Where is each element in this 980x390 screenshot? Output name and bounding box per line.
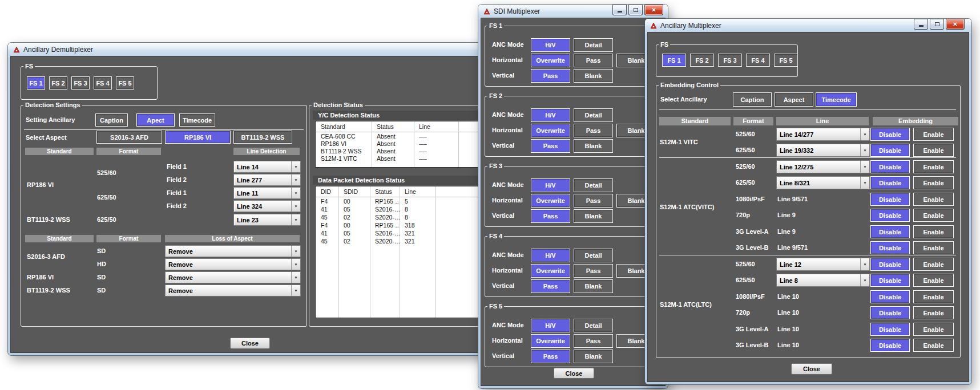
fs-button-5[interactable]: FS 5 xyxy=(116,76,134,90)
select-ancillary-caption[interactable]: Caption xyxy=(733,92,772,107)
fs4-horizontal-overwrite-button[interactable]: Overwrite xyxy=(531,264,570,278)
disable-button[interactable]: Disable xyxy=(870,225,910,238)
titlebar[interactable]: SDI Multiplexer ✕ xyxy=(478,5,668,18)
line-detection-dropdown-0[interactable]: Line 14▼ xyxy=(233,161,301,173)
fs-button-2[interactable]: FS 2 xyxy=(690,54,714,67)
aspect-button-rp186-vi[interactable]: RP186 VI xyxy=(165,131,231,144)
fs-button-3[interactable]: FS 3 xyxy=(718,54,742,67)
fs3-anc-mode-detail-button[interactable]: Detail xyxy=(574,178,613,192)
enable-button[interactable]: Enable xyxy=(913,241,954,254)
fs2-horizontal-overwrite-button[interactable]: Overwrite xyxy=(531,124,570,137)
fs5-anc-mode-detail-button[interactable]: Detail xyxy=(574,319,613,332)
enable-button[interactable]: Enable xyxy=(913,225,954,238)
fs4-vertical-blank-button[interactable]: Blank xyxy=(574,279,613,293)
close-dialog-button[interactable]: Close xyxy=(554,368,594,379)
disable-button[interactable]: Disable xyxy=(870,339,910,352)
line-dropdown-0-0[interactable]: Line 14/277▼ xyxy=(776,128,870,141)
disable-button[interactable]: Disable xyxy=(870,241,910,254)
fs1-horizontal-pass-button[interactable]: Pass xyxy=(574,54,613,67)
enable-button[interactable]: Enable xyxy=(913,193,954,206)
enable-button[interactable]: Enable xyxy=(913,274,954,287)
line-dropdown-1-1[interactable]: Line 8/321▼ xyxy=(776,176,870,189)
minimize-button[interactable] xyxy=(914,19,928,30)
fs1-vertical-pass-button[interactable]: Pass xyxy=(531,69,570,83)
line-dropdown-2-0[interactable]: Line 12▼ xyxy=(776,258,870,271)
aspect-button-s2016-3-afd[interactable]: S2016-3 AFD xyxy=(96,131,162,144)
enable-button[interactable]: Enable xyxy=(913,258,954,271)
close-icon[interactable]: ✕ xyxy=(644,5,663,15)
line-detection-dropdown-2[interactable]: Line 11▼ xyxy=(233,187,301,199)
fs4-anc-mode-detail-button[interactable]: Detail xyxy=(574,249,613,262)
disable-button[interactable]: Disable xyxy=(870,144,910,157)
close-dialog-button[interactable]: Close xyxy=(791,363,832,375)
line-dropdown-1-0[interactable]: Line 12/275▼ xyxy=(776,160,870,173)
fs1-horizontal-overwrite-button[interactable]: Overwrite xyxy=(531,54,570,67)
fs5-horizontal-pass-button[interactable]: Pass xyxy=(574,334,613,348)
enable-button[interactable]: Enable xyxy=(913,144,954,157)
line-detection-dropdown-3[interactable]: Line 324▼ xyxy=(233,200,301,212)
disable-button[interactable]: Disable xyxy=(870,274,910,287)
enable-button[interactable]: Enable xyxy=(913,323,954,336)
disable-button[interactable]: Disable xyxy=(870,290,910,303)
ancillary-button-apect[interactable]: Apect xyxy=(136,113,175,127)
close-icon[interactable]: ✕ xyxy=(946,19,965,30)
loss-of-aspect-dropdown-1[interactable]: Remove▼ xyxy=(165,258,301,270)
fs5-vertical-blank-button[interactable]: Blank xyxy=(574,350,613,363)
fs1-vertical-blank-button[interactable]: Blank xyxy=(574,69,613,83)
fs-button-4[interactable]: FS 4 xyxy=(746,54,770,67)
enable-button[interactable]: Enable xyxy=(913,339,954,352)
minimize-button[interactable] xyxy=(612,5,627,15)
fs4-anc-mode-h-v-button[interactable]: H/V xyxy=(531,249,570,262)
fs-button-1[interactable]: FS 1 xyxy=(662,54,686,67)
loss-of-aspect-dropdown-0[interactable]: Remove▼ xyxy=(165,245,301,257)
fs4-horizontal-pass-button[interactable]: Pass xyxy=(574,264,613,278)
fs5-vertical-pass-button[interactable]: Pass xyxy=(531,350,570,363)
fs1-anc-mode-detail-button[interactable]: Detail xyxy=(574,38,613,52)
enable-button[interactable]: Enable xyxy=(913,209,954,222)
close-dialog-button[interactable]: Close xyxy=(230,338,270,349)
line-detection-dropdown-1[interactable]: Line 277▼ xyxy=(233,174,301,186)
line-detection-dropdown-4[interactable]: Line 23▼ xyxy=(233,214,301,226)
line-dropdown-2-1[interactable]: Line 8▼ xyxy=(776,274,870,287)
loss-of-aspect-dropdown-3[interactable]: Remove▼ xyxy=(165,285,301,296)
fs2-vertical-pass-button[interactable]: Pass xyxy=(531,139,570,153)
disable-button[interactable]: Disable xyxy=(870,193,910,206)
aspect-button-bt1119-2-wss[interactable]: BT1119-2 WSS xyxy=(233,131,292,144)
ancillary-button-caption[interactable]: Caption xyxy=(95,113,128,127)
disable-button[interactable]: Disable xyxy=(870,160,910,173)
maximize-button[interactable] xyxy=(930,19,944,30)
enable-button[interactable]: Enable xyxy=(913,160,954,173)
fs2-anc-mode-detail-button[interactable]: Detail xyxy=(574,108,613,122)
enable-button[interactable]: Enable xyxy=(913,128,954,141)
fs-button-5[interactable]: FS 5 xyxy=(774,54,798,67)
disable-button[interactable]: Disable xyxy=(870,323,910,336)
fs4-vertical-pass-button[interactable]: Pass xyxy=(531,279,570,293)
maximize-button[interactable] xyxy=(628,5,643,15)
fs-button-2[interactable]: FS 2 xyxy=(49,76,67,90)
fs5-anc-mode-h-v-button[interactable]: H/V xyxy=(531,319,570,332)
disable-button[interactable]: Disable xyxy=(870,258,910,271)
line-dropdown-0-1[interactable]: Line 19/332▼ xyxy=(776,144,870,157)
fs3-vertical-pass-button[interactable]: Pass xyxy=(531,209,570,223)
loss-of-aspect-dropdown-2[interactable]: Remove▼ xyxy=(165,271,301,283)
select-ancillary-timecode[interactable]: Timecode xyxy=(816,92,857,107)
fs5-horizontal-overwrite-button[interactable]: Overwrite xyxy=(531,334,570,348)
fs-button-3[interactable]: FS 3 xyxy=(71,76,90,90)
fs3-anc-mode-h-v-button[interactable]: H/V xyxy=(531,178,570,192)
disable-button[interactable]: Disable xyxy=(870,306,910,319)
titlebar[interactable]: Ancillary Multiplexer ✕ xyxy=(645,19,971,32)
enable-button[interactable]: Enable xyxy=(913,176,954,189)
disable-button[interactable]: Disable xyxy=(870,176,910,189)
fs2-horizontal-pass-button[interactable]: Pass xyxy=(574,124,613,137)
select-ancillary-aspect[interactable]: Aspect xyxy=(775,92,813,107)
fs2-anc-mode-h-v-button[interactable]: H/V xyxy=(531,108,570,122)
disable-button[interactable]: Disable xyxy=(870,209,910,222)
fs-button-4[interactable]: FS 4 xyxy=(94,76,112,90)
enable-button[interactable]: Enable xyxy=(913,290,954,303)
fs3-vertical-blank-button[interactable]: Blank xyxy=(574,209,613,223)
fs-button-1[interactable]: FS 1 xyxy=(27,76,45,90)
ancillary-button-timecode[interactable]: Timecode xyxy=(179,113,215,127)
enable-button[interactable]: Enable xyxy=(913,306,954,319)
fs3-horizontal-pass-button[interactable]: Pass xyxy=(574,194,613,208)
disable-button[interactable]: Disable xyxy=(870,128,910,141)
